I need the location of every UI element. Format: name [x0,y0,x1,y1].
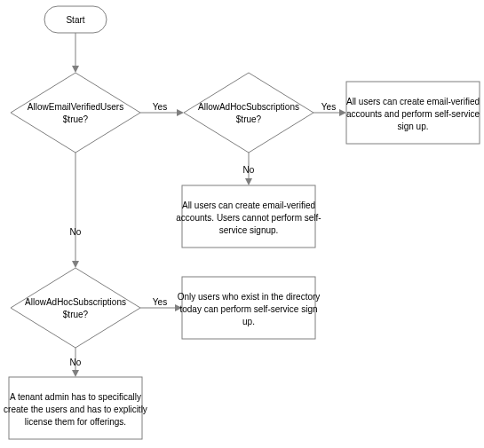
edge-d2-o2: No [243,153,255,185]
edge-d2-o1-label: Yes [321,102,336,112]
node-o4: A tenant admin has to specifically creat… [4,377,147,439]
edge-d1-d2: Yes [140,102,184,116]
node-o2: All users can create email-verified acco… [176,185,321,248]
d2-label-line2: $true? [236,114,262,124]
o1-line3: sign up. [397,122,428,131]
svg-marker-15 [11,268,140,348]
node-start: Start [44,6,107,33]
edge-start-d1 [72,33,79,73]
o4-line2: create the users and has to explicitly [4,405,147,414]
edge-d2-o2-label: No [243,165,255,175]
o1-line2: accounts and perform self-service [346,109,480,119]
edge-d1-d3-label: No [70,227,82,237]
node-o1: All users can create email-verified acco… [346,82,480,144]
svg-marker-11 [245,178,252,185]
o4-line1: A tenant admin has to specifically [10,392,141,402]
node-d3: AllowAdHocSubscriptions $true? [11,268,140,348]
d1-label-line2: $true? [63,114,89,124]
d2-label-line1: AllowAdHocSubscriptions [198,102,299,112]
edge-d3-o4-label: No [70,358,82,367]
o2-line3: service signup. [219,225,279,235]
start-label: Start [66,15,84,25]
svg-marker-2 [72,66,79,73]
flowchart: Start AllowEmailVerifiedUsers $true? Yes… [0,0,484,448]
node-d1: AllowEmailVerifiedUsers $true? [11,73,140,153]
edge-d3-o3: Yes [140,297,182,311]
edge-d3-o3-label: Yes [153,297,167,307]
svg-marker-6 [184,73,313,153]
node-o3: Only users who exist in the directory to… [178,277,321,339]
edge-d1-d3: No [70,153,82,268]
o3-line3: up. [242,317,255,326]
d3-label-line1: AllowAdHocSubscriptions [25,297,126,307]
o4-line3: license them for offerings. [25,417,126,427]
o2-line1: All users can create email-verified [182,200,315,210]
node-d2: AllowAdHocSubscriptions $true? [184,73,313,153]
svg-marker-3 [11,73,140,153]
svg-marker-14 [72,261,79,268]
svg-marker-8 [339,109,346,116]
o3-line2: today can perform self-service sign [179,304,317,314]
o3-line1: Only users who exist in the directory [178,292,321,302]
d1-label-line1: AllowEmailVerifiedUsers [28,102,123,112]
edge-d3-o4: No [70,348,82,377]
o1-line1: All users can create email-verified [346,97,480,106]
edge-d2-o1: Yes [313,102,346,116]
d3-label-line2: $true? [63,310,89,319]
edge-d1-d2-label: Yes [153,102,167,112]
o2-line2: accounts. Users cannot perform self- [176,213,321,223]
svg-marker-5 [177,109,184,116]
svg-marker-20 [72,370,79,377]
